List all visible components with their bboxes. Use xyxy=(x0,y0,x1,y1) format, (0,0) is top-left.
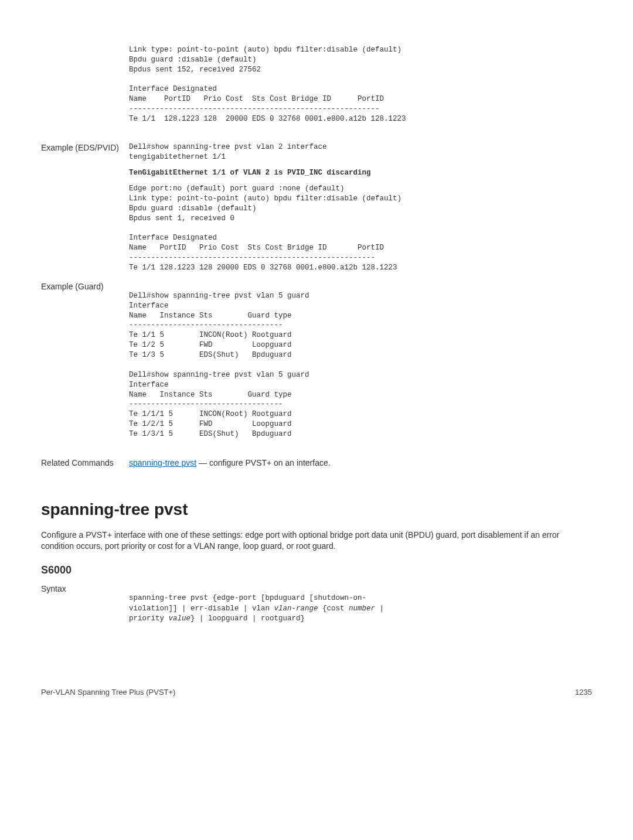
code-line: ----------------------------------- xyxy=(129,321,283,329)
code-line: Bpdu guard :disable (default) xyxy=(129,56,257,64)
code-bold-line: TenGigabitEthernet 1/1 of VLAN 2 is PVID… xyxy=(129,169,371,177)
example-guard-label: Example (Guard) xyxy=(41,281,129,449)
syntax-label: Syntax xyxy=(41,583,129,635)
code-line: Edge port:no (default) port guard :none … xyxy=(129,185,345,193)
code-line: Name Instance Sts Guard type xyxy=(129,312,292,320)
page-footer: Per-VLAN Spanning Tree Plus (PVST+) 1235 xyxy=(41,687,592,698)
syntax-italic: vlan-range xyxy=(274,605,318,613)
code-line: Dell#show spanning-tree pvst vlan 5 guar… xyxy=(129,292,309,300)
syntax-line: priority xyxy=(129,614,169,623)
code-line: Dell#show spanning-tree pvst vlan 2 inte… xyxy=(129,143,327,151)
syntax-line: {cost xyxy=(318,605,349,613)
example-eds-label: Example (EDS/PVID) xyxy=(41,142,129,273)
code-line: Interface xyxy=(129,302,169,310)
s6000-subhead: S6000 xyxy=(41,563,592,578)
code-line: Link type: point-to-point (auto) bpdu fi… xyxy=(129,194,401,203)
code-line: Te 1/1 5 INCON(Root) Rootguard xyxy=(129,331,292,339)
syntax-italic: number xyxy=(349,605,375,613)
code-line: Bpdu guard :disable (default) xyxy=(129,204,257,213)
spanning-tree-pvst-link[interactable]: spanning-tree pvst xyxy=(129,458,196,467)
code-line: Interface Designated xyxy=(129,234,217,242)
code-line: Te 1/1/1 5 INCON(Root) Rootguard xyxy=(129,410,292,418)
related-commands: Related Commands spanning-tree pvst — co… xyxy=(41,457,592,469)
code-line: ----------------------------------------… xyxy=(129,254,375,262)
code-line: Name PortID Prio Cost Sts Cost Bridge ID… xyxy=(129,244,384,252)
pre-block-1: Link type: point-to-point (auto) bpdu fi… xyxy=(41,35,592,134)
code-line: Name PortID Prio Cost Sts Cost Bridge ID… xyxy=(129,95,384,103)
code-line: Name Instance Sts Guard type xyxy=(129,391,292,399)
code-line: Te 1/2 5 FWD Loopguard xyxy=(129,341,292,349)
syntax-row: Syntax spanning-tree pvst {edge-port [bp… xyxy=(41,583,592,635)
syntax-italic: value xyxy=(169,614,191,623)
code-line: ----------------------------------------… xyxy=(129,105,380,113)
footer-left: Per-VLAN Spanning Tree Plus (PVST+) xyxy=(41,687,175,698)
footer-right: 1235 xyxy=(575,687,592,698)
syntax-line: | xyxy=(375,605,384,613)
code-line: ----------------------------------- xyxy=(129,400,283,408)
code-line: Te 1/1 128.1223 128 20000 EDS 0 32768 00… xyxy=(129,115,406,123)
code-line: Interface xyxy=(129,381,169,389)
syntax-line: } | loopguard | rootguard} xyxy=(190,614,305,623)
code-line: Link type: point-to-point (auto) bpdu fi… xyxy=(129,46,401,54)
syntax-line: spanning-tree pvst {edge-port [bpduguard… xyxy=(129,594,366,602)
code-line: Te 1/3 5 EDS(Shut) Bpduguard xyxy=(129,351,292,359)
example-guard: Example (Guard) Dell#show spanning-tree … xyxy=(41,281,592,449)
code-line: Interface Designated xyxy=(129,85,217,93)
example-eds-pvid: Example (EDS/PVID) Dell#show spanning-tr… xyxy=(41,142,592,273)
code-line: Te 1/3/1 5 EDS(Shut) Bpduguard xyxy=(129,430,292,438)
code-line: Dell#show spanning-tree pvst vlan 5 guar… xyxy=(129,371,309,379)
code-line: Te 1/2/1 5 FWD Loopguard xyxy=(129,420,292,428)
intro-paragraph: Configure a PVST+ interface with one of … xyxy=(41,530,592,552)
related-commands-label: Related Commands xyxy=(41,457,129,469)
related-text: — configure PVST+ on an interface. xyxy=(196,458,330,467)
code-line: Bpdus sent 152, received 27562 xyxy=(129,66,261,74)
syntax-line: violation]] | err-disable | vlan xyxy=(129,605,274,613)
code-line: Bpdus sent 1, received 0 xyxy=(129,214,234,223)
code-line: tengigabitethernet 1/1 xyxy=(129,153,226,161)
page-heading: spanning-tree pvst xyxy=(41,498,592,521)
code-line: Te 1/1 128.1223 128 20000 EDS 0 32768 00… xyxy=(129,264,397,272)
